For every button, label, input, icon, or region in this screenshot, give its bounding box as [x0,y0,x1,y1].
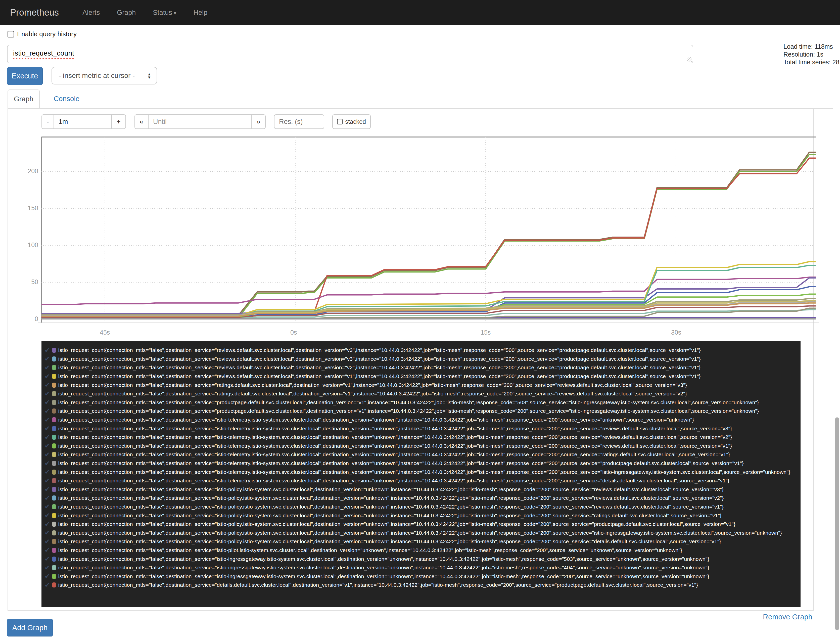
series-color-swatch [52,557,56,562]
tab-graph[interactable]: Graph [8,90,40,108]
check-icon: ✔ [44,390,50,398]
page-scrollbar[interactable] [835,417,839,630]
legend-item[interactable]: ✔istio_request_count{connection_mtls="fa… [41,398,801,407]
tab-bar: Graph Console [8,90,833,109]
range-input-field[interactable] [54,118,111,126]
legend-item[interactable]: ✔istio_request_count{connection_mtls="fa… [41,372,801,381]
nav-item-status[interactable]: Status▾ [144,9,185,17]
legend-series-label: istio_request_count{connection_mtls="fal… [58,547,682,553]
resolution-input[interactable] [274,114,324,129]
legend-series-label: istio_request_count{connection_mtls="fal… [58,478,729,484]
legend-item[interactable]: ✔istio_request_count{connection_mtls="fa… [41,546,801,555]
nav-item-graph[interactable]: Graph [108,9,144,17]
legend-item[interactable]: ✔istio_request_count{connection_mtls="fa… [41,572,801,581]
legend-item[interactable]: ✔istio_request_count{connection_mtls="fa… [41,520,801,529]
resolution-input-field[interactable] [275,118,324,126]
execute-button[interactable]: Execute [7,67,43,85]
y-tick-label: 150 [8,204,38,212]
check-icon: ✔ [44,433,50,441]
legend-item[interactable]: ✔istio_request_count{connection_mtls="fa… [41,528,801,537]
check-icon: ✔ [44,451,50,458]
series-color-swatch [52,409,56,414]
check-icon: ✔ [44,494,50,502]
series-color-swatch [52,487,56,492]
legend-item[interactable]: ✔istio_request_count{connection_mtls="fa… [41,459,801,468]
until-input[interactable] [148,114,252,129]
legend-series-label: istio_request_count{connection_mtls="fal… [58,373,701,379]
legend-item[interactable]: ✔istio_request_count{connection_mtls="fa… [41,355,801,363]
range-input[interactable] [54,114,112,129]
legend-item[interactable]: ✔istio_request_count{connection_mtls="fa… [41,494,801,502]
until-input-field[interactable] [148,118,251,126]
legend-item[interactable]: ✔istio_request_count{connection_mtls="fa… [41,476,801,485]
check-icon: ✔ [44,520,50,528]
legend-item[interactable]: ✔istio_request_count{connection_mtls="fa… [41,581,801,589]
check-icon: ✔ [44,581,50,589]
chart-plot-area[interactable] [41,137,816,322]
range-shrink-button[interactable]: - [41,114,54,129]
stacked-toggle[interactable]: stacked [332,114,371,129]
y-tick-label: 100 [8,241,38,249]
legend-item[interactable]: ✔istio_request_count{connection_mtls="fa… [41,450,801,459]
insert-metric-selected-value: - insert metric at cursor - [58,72,147,80]
x-axis-line [38,322,819,323]
legend-item[interactable]: ✔istio_request_count{connection_mtls="fa… [41,346,801,355]
legend-item[interactable]: ✔istio_request_count{connection_mtls="fa… [41,433,801,442]
y-tick-label: 200 [8,167,38,175]
legend-series-label: istio_request_count{connection_mtls="fal… [58,513,722,519]
check-icon: ✔ [44,398,50,406]
legend-series-label: istio_request_count{connection_mtls="fal… [58,365,701,371]
time-back-button[interactable]: « [134,114,148,129]
add-graph-button[interactable]: Add Graph [7,619,53,636]
time-forward-button[interactable]: » [252,114,266,129]
chevron-down-icon: ▾ [174,10,177,16]
legend-series-label: istio_request_count{connection_mtls="fal… [58,539,721,545]
legend-item[interactable]: ✔istio_request_count{connection_mtls="fa… [41,442,801,450]
query-history-checkbox[interactable] [8,31,14,38]
check-icon: ✔ [44,460,50,467]
series-color-swatch [52,444,56,448]
legend-item[interactable]: ✔istio_request_count{connection_mtls="fa… [41,511,801,520]
check-icon: ✔ [44,485,50,493]
legend-item[interactable]: ✔istio_request_count{connection_mtls="fa… [41,554,801,563]
query-expression-input[interactable]: istio_request_count [7,45,693,63]
check-icon: ✔ [44,555,50,563]
nav-item-help[interactable]: Help [185,9,216,17]
check-icon: ✔ [44,407,50,415]
series-color-swatch [52,347,56,353]
chart-svg[interactable] [41,137,816,322]
nav-item-alerts[interactable]: Alerts [74,9,108,17]
stacked-checkbox[interactable] [337,119,343,125]
legend-item[interactable]: ✔istio_request_count{connection_mtls="fa… [41,389,801,398]
series-color-swatch [52,470,56,475]
legend-item[interactable]: ✔istio_request_count{connection_mtls="fa… [41,424,801,433]
query-history-row: Enable query history [8,30,77,38]
series-color-swatch [52,478,56,483]
check-icon: ✔ [44,564,50,572]
check-icon: ✔ [44,529,50,537]
legend-item[interactable]: ✔istio_request_count{connection_mtls="fa… [41,537,801,546]
legend-item[interactable]: ✔istio_request_count{connection_mtls="fa… [41,563,801,572]
brand-prometheus[interactable]: Prometheus [10,7,59,18]
insert-metric-select[interactable]: - insert metric at cursor - ▲▼ [52,67,157,84]
legend-item[interactable]: ✔istio_request_count{connection_mtls="fa… [41,467,801,476]
legend-item[interactable]: ✔istio_request_count{connection_mtls="fa… [41,502,801,511]
remove-graph-link[interactable]: Remove Graph [763,613,812,621]
select-arrows-icon: ▲▼ [147,73,151,79]
check-icon: ✔ [44,416,50,424]
resize-grip-icon[interactable] [687,57,692,62]
y-tick-label: 50 [8,278,38,286]
range-grow-button[interactable]: + [112,114,126,129]
legend-series-label: istio_request_count{connection_mtls="fal… [58,504,724,510]
legend-series-label: istio_request_count{connection_mtls="fal… [58,469,791,475]
legend-item[interactable]: ✔istio_request_count{connection_mtls="fa… [41,415,801,424]
legend-series-label: istio_request_count{connection_mtls="fal… [58,486,724,493]
legend-series-label: istio_request_count{connection_mtls="fal… [58,347,701,353]
stacked-label: stacked [345,118,366,125]
legend-item[interactable]: ✔istio_request_count{connection_mtls="fa… [41,485,801,494]
legend-item[interactable]: ✔istio_request_count{connection_mtls="fa… [41,363,801,372]
legend-series-label: istio_request_count{connection_mtls="fal… [58,400,759,406]
legend-item[interactable]: ✔istio_request_count{connection_mtls="fa… [41,381,801,389]
tab-console[interactable]: Console [48,90,85,108]
legend-item[interactable]: ✔istio_request_count{connection_mtls="fa… [41,407,801,415]
